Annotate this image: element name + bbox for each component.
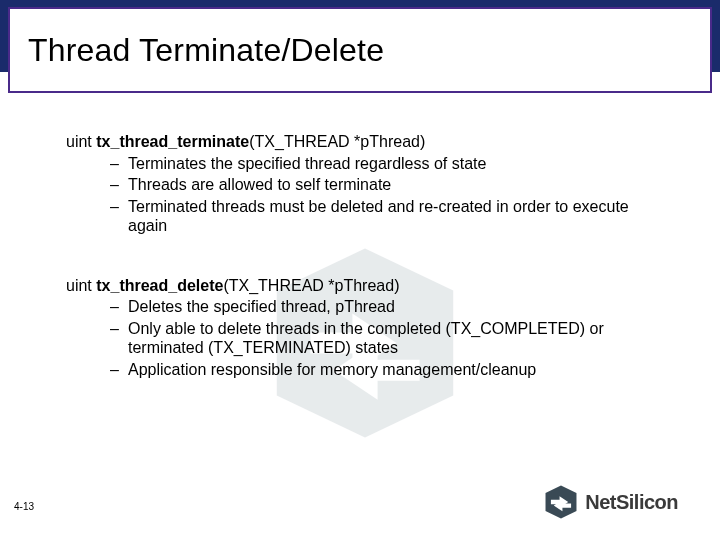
page-number: 4-13	[14, 501, 34, 512]
slide-title: Thread Terminate/Delete	[10, 32, 384, 69]
footer-logo-text: NetSilicon	[585, 491, 678, 514]
sig-prefix: uint	[66, 277, 96, 294]
section-delete: uint tx_thread_delete(TX_THREAD *pThread…	[66, 276, 672, 380]
bullet-item: Threads are allowed to self terminate	[110, 175, 672, 195]
bullet-item: Application responsible for memory manag…	[110, 360, 672, 380]
sig-fn-name: tx_thread_terminate	[96, 133, 249, 150]
function-signature: uint tx_thread_terminate(TX_THREAD *pThr…	[66, 132, 672, 152]
sig-args: (TX_THREAD *pThread)	[249, 133, 425, 150]
sig-fn-name: tx_thread_delete	[96, 277, 223, 294]
bullet-item: Deletes the specified thread, pThread	[110, 297, 672, 317]
footer-logo-icon	[543, 484, 579, 520]
bullet-item: Only able to delete threads in the compl…	[110, 319, 672, 358]
function-signature: uint tx_thread_delete(TX_THREAD *pThread…	[66, 276, 672, 296]
bullet-list: Terminates the specified thread regardle…	[66, 154, 672, 236]
bullet-item: Terminates the specified thread regardle…	[110, 154, 672, 174]
sig-args: (TX_THREAD *pThread)	[223, 277, 399, 294]
title-box: Thread Terminate/Delete	[8, 7, 712, 93]
footer-logo: NetSilicon	[543, 484, 678, 520]
sig-prefix: uint	[66, 133, 96, 150]
section-terminate: uint tx_thread_terminate(TX_THREAD *pThr…	[66, 132, 672, 236]
content-area: uint tx_thread_terminate(TX_THREAD *pThr…	[66, 132, 672, 419]
bullet-list: Deletes the specified thread, pThread On…	[66, 297, 672, 379]
bullet-item: Terminated threads must be deleted and r…	[110, 197, 672, 236]
slide: Thread Terminate/Delete uint tx_thread_t…	[0, 0, 720, 540]
